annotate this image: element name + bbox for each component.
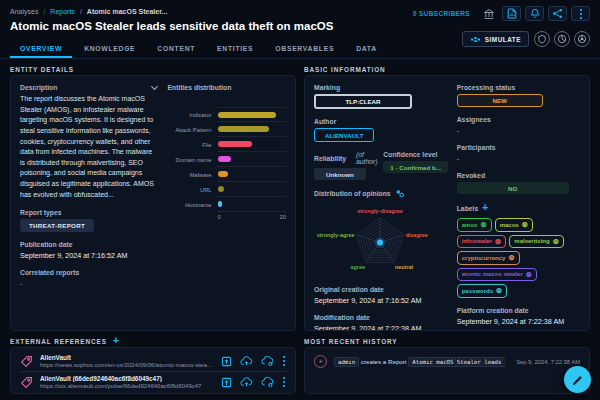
cloud-upload-button[interactable] — [240, 356, 253, 366]
export-file-button[interactable] — [502, 6, 521, 21]
edit-fab-button[interactable] — [564, 366, 591, 393]
cloud-upload-button[interactable] — [240, 377, 253, 387]
external-reference-url[interactable]: https://news.sophos.com/en-us/2024/09/06… — [40, 362, 214, 368]
processing-status-chip: NEW — [457, 94, 543, 107]
label-chip-macos[interactable]: macos⊗ — [495, 218, 533, 232]
label-chip-amos[interactable]: amos⊗ — [457, 218, 492, 232]
report-types-label: Report types — [20, 209, 159, 216]
more-options-icon — [282, 355, 286, 367]
remove-label-icon[interactable]: ⊗ — [522, 221, 528, 229]
add-external-reference-button[interactable]: + — [113, 336, 120, 346]
history-create-icon: + — [314, 355, 327, 368]
label-chip-cryptocurrency[interactable]: cryptocurrency⊗ — [457, 251, 520, 265]
label-chip-malvertising[interactable]: malvertising⊗ — [509, 235, 564, 249]
title-actions: SIMULATE — [462, 31, 590, 47]
publication-date-value: September 9, 2024 at 7:16:52 AM — [20, 251, 159, 260]
external-references-section: EXTERNAL REFERENCES + AlienVaulthttps://… — [10, 335, 296, 394]
tag-icon — [20, 376, 33, 389]
tab-content[interactable]: CONTENT — [147, 40, 205, 58]
remove-label-icon[interactable]: ⊗ — [495, 238, 501, 246]
external-reference-title[interactable]: AlienVault (66ded924640ac6f8d6049c47) — [40, 375, 214, 382]
label-chip-passwords[interactable]: passwords⊗ — [457, 284, 508, 298]
label-chip-infostealer[interactable]: infostealer⊗ — [457, 235, 507, 249]
external-reference-url[interactable]: https://otx.alienvault.com/pulse/66ded92… — [40, 383, 214, 389]
opinions-vote-icon[interactable] — [395, 189, 405, 198]
share-network-button[interactable] — [548, 6, 567, 21]
bar-row-file: File — [168, 137, 286, 152]
remove-label-icon[interactable]: ⊗ — [553, 238, 559, 246]
external-reference-row: AlienVault (66ded924640ac6f8d6049c47)htt… — [19, 371, 287, 392]
cloud-sync-icon — [261, 377, 274, 387]
chevron-down-icon[interactable] — [150, 85, 159, 91]
assignees-value: - — [457, 126, 580, 135]
original-creation-label: Original creation date — [314, 286, 445, 293]
radar-svg: strongly-disagreedisagreeneutralagreestr… — [314, 202, 446, 283]
entity-details-section: ENTITY DETAILS Description The report di… — [10, 63, 296, 331]
remove-label-icon[interactable]: ⊗ — [480, 221, 486, 229]
history-title: MOST RECENT HISTORY — [304, 335, 590, 347]
remove-label-icon[interactable]: ⊗ — [496, 287, 502, 295]
tab-knowledge[interactable]: KNOWLEDGE — [74, 40, 145, 58]
radar-circle-button[interactable] — [574, 31, 590, 47]
bar[interactable] — [218, 141, 252, 147]
shield-circle-button[interactable] — [534, 31, 550, 47]
history-target-chip[interactable]: Atomic macOS Stealer leads sensitive ... — [408, 357, 505, 367]
bar-row-hostname: Hostname — [168, 197, 286, 212]
breadcrumb-reports[interactable]: Reports — [38, 8, 74, 15]
remove-label-icon[interactable]: ⊗ — [526, 271, 532, 279]
label-text: malvertising — [514, 238, 549, 244]
open-in-app-button[interactable] — [221, 377, 232, 388]
pie-chart-circle-button[interactable] — [554, 31, 570, 47]
notifications-bell-button[interactable] — [525, 6, 544, 21]
report-type-chip[interactable]: THREAT-REPORT — [20, 219, 94, 232]
external-reference-actions — [221, 376, 286, 388]
tab-observables[interactable]: OBSERVABLES — [265, 40, 344, 58]
vault-button[interactable] — [479, 6, 498, 21]
bar[interactable] — [218, 112, 276, 118]
tab-overview[interactable]: OVERVIEW — [10, 40, 72, 58]
external-reference-text: AlienVault (66ded924640ac6f8d6049c47)htt… — [40, 375, 214, 389]
left-column: ENTITY DETAILS Description The report di… — [10, 63, 296, 394]
opencti-report-page: Analyses Reports Atomic macOS Stealer...… — [0, 0, 600, 400]
confidence-level-label: Confidence level — [383, 151, 444, 158]
add-label-button[interactable]: + — [482, 203, 488, 213]
bar[interactable] — [218, 171, 228, 177]
tab-data[interactable]: DATA — [346, 40, 387, 58]
bar[interactable] — [218, 126, 269, 132]
simulate-button[interactable]: SIMULATE — [462, 31, 529, 47]
basic-information-section: BASIC INFORMATION Marking TLP:CLEAR Auth… — [304, 63, 590, 331]
confidence-level-chip: 1 - Confirmed b... — [383, 161, 448, 173]
more-options-button[interactable] — [571, 6, 590, 21]
external-references-title-row: EXTERNAL REFERENCES + — [10, 335, 296, 347]
more-options-button[interactable] — [282, 355, 286, 367]
bar[interactable] — [218, 186, 225, 192]
cloud-sync-button[interactable] — [261, 377, 274, 387]
bar-category-label: URL — [168, 187, 218, 193]
bar[interactable] — [218, 156, 232, 162]
entities-distribution-title: Entities distribution — [168, 84, 286, 91]
description-label-row: Description — [20, 84, 159, 91]
bar[interactable] — [218, 201, 222, 207]
breadcrumb-analyses[interactable]: Analyses — [10, 8, 38, 15]
more-options-button[interactable] — [282, 376, 286, 388]
marking-chip[interactable]: TLP:CLEAR — [314, 94, 412, 109]
history-actor-chip[interactable]: admin — [334, 357, 359, 367]
label-chip-atomic-macos-stealer[interactable]: atomic macos stealer⊗ — [457, 268, 537, 282]
author-chip[interactable]: ALIENVAULT — [314, 128, 374, 142]
remove-label-icon[interactable]: ⊗ — [508, 254, 514, 262]
subscribers-button[interactable]: 0 SUBSCRIBERS — [413, 10, 470, 17]
external-reference-title[interactable]: AlienVault — [40, 354, 214, 361]
history-row: +admin creates a Report Atomic macOS Ste… — [313, 353, 581, 370]
label-text: macos — [500, 222, 519, 228]
modification-label: Modification date — [314, 314, 445, 321]
bar-category-label: Attack Pattern — [168, 127, 218, 133]
description-label: Description — [20, 84, 57, 91]
participants-label: Participants — [457, 144, 580, 151]
right-column: BASIC INFORMATION Marking TLP:CLEAR Auth… — [304, 63, 590, 394]
pie-chart-circle-icon — [557, 34, 567, 44]
open-in-app-button[interactable] — [221, 356, 232, 367]
edit-pencil-icon — [572, 374, 584, 386]
cloud-sync-button[interactable] — [261, 356, 274, 366]
tab-entities[interactable]: ENTITIES — [207, 40, 263, 58]
history-section: MOST RECENT HISTORY +admin creates a Rep… — [304, 335, 590, 394]
